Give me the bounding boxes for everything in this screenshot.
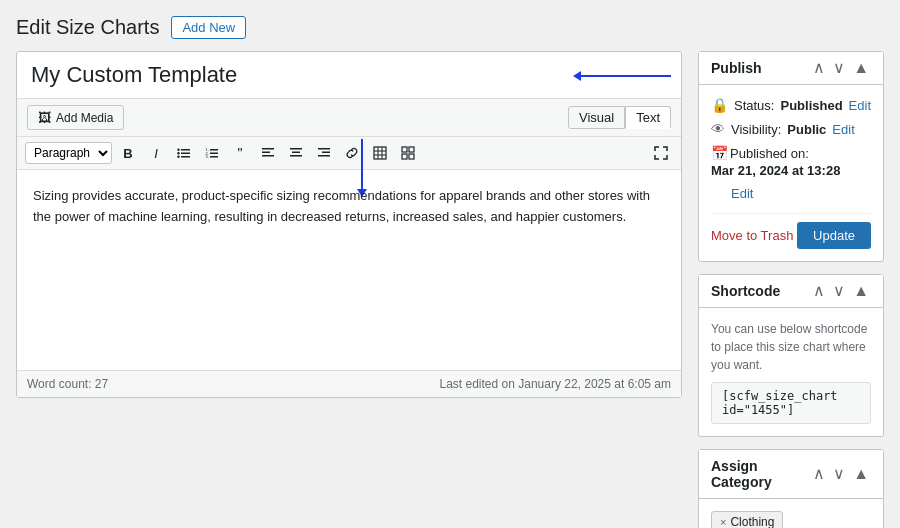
publish-collapse-up-button[interactable]: ∧ [811,60,827,76]
svg-rect-19 [322,152,330,154]
link-button[interactable] [340,141,364,165]
assign-category-panel-title: Assign Category [711,458,811,490]
sidebar: Publish ∧ ∨ ▲ 🔒 Status: Published Edit [698,51,884,528]
italic-button[interactable]: I [144,141,168,165]
category-toggle-button[interactable]: ▲ [851,466,871,482]
editor-panel: 🖼 Add Media Visual Text Paragraph B I [16,51,682,398]
grid-button[interactable] [396,141,420,165]
publish-panel: Publish ∧ ∨ ▲ 🔒 Status: Published Edit [698,51,884,262]
page-title: Edit Size Charts [16,16,159,39]
shortcode-value[interactable]: [scfw_size_chart id="1455"] [711,382,871,424]
svg-rect-14 [262,155,274,157]
publish-panel-header: Publish ∧ ∨ ▲ [699,52,883,85]
editor-content-area[interactable]: Sizing provides accurate, product-specif… [17,170,681,370]
svg-rect-26 [402,147,407,152]
publish-collapse-down-button[interactable]: ∨ [831,60,847,76]
shortcode-description: You can use below shortcode to place thi… [711,320,871,374]
svg-rect-17 [290,155,302,157]
visibility-label: Visibility: [731,122,781,137]
publish-actions: Move to Trash Update [711,213,871,249]
svg-rect-13 [262,152,270,154]
svg-rect-0 [181,149,190,151]
svg-rect-15 [290,148,302,150]
category-collapse-up-button[interactable]: ∧ [811,466,827,482]
align-right-button[interactable] [312,141,336,165]
svg-rect-28 [402,154,407,159]
svg-text:3.: 3. [206,154,209,159]
assign-category-panel-body: × Clothing [699,499,883,528]
published-date-edit-link[interactable]: Edit [731,186,753,201]
shortcode-panel-title: Shortcode [711,283,811,299]
media-icon: 🖼 [38,110,51,125]
tab-text[interactable]: Text [625,106,671,129]
published-row: 📅 Published on: Mar 21, 2024 at 13:28 [711,145,871,178]
publish-toggle-button[interactable]: ▲ [851,60,871,76]
published-label: Published on: [730,146,809,161]
svg-point-4 [177,152,179,154]
bold-button[interactable]: B [116,141,140,165]
status-value: Published [780,98,842,113]
shortcode-collapse-down-button[interactable]: ∨ [831,283,847,299]
published-date: Mar 21, 2024 at 13:28 [711,163,840,178]
shortcode-toggle-button[interactable]: ▲ [851,283,871,299]
calendar-icon: 📅 [711,145,728,161]
shortcode-panel: Shortcode ∧ ∨ ▲ You can use below shortc… [698,274,884,437]
paragraph-select[interactable]: Paragraph [25,142,112,164]
add-media-label: Add Media [56,111,113,125]
category-tag: × Clothing [711,511,783,528]
svg-rect-2 [181,156,190,158]
svg-rect-29 [409,154,414,159]
format-toolbar: Paragraph B I [17,137,681,170]
svg-rect-16 [292,152,300,154]
word-count: Word count: 27 [27,377,108,391]
visibility-value: Public [787,122,826,137]
align-left-button[interactable] [256,141,280,165]
add-media-button[interactable]: 🖼 Add Media [27,105,124,130]
assign-category-panel: Assign Category ∧ ∨ ▲ × Clothing [698,449,884,528]
category-collapse-down-button[interactable]: ∨ [831,466,847,482]
assign-category-panel-header: Assign Category ∧ ∨ ▲ [699,450,883,499]
svg-point-5 [177,156,179,158]
category-label: Clothing [730,515,774,528]
tab-visual[interactable]: Visual [568,106,625,129]
publish-panel-title: Publish [711,60,811,76]
status-edit-link[interactable]: Edit [849,98,871,113]
content-text: Sizing provides accurate, product-specif… [33,186,665,228]
shortcode-panel-body: You can use below shortcode to place thi… [699,308,883,436]
svg-rect-6 [210,149,218,151]
expand-button[interactable] [649,141,673,165]
unordered-list-button[interactable] [172,141,196,165]
category-remove-button[interactable]: × [720,516,726,528]
blockquote-button[interactable]: " [228,141,252,165]
svg-rect-12 [262,148,274,150]
media-toolbar: 🖼 Add Media Visual Text [17,99,681,137]
move-to-trash-link[interactable]: Move to Trash [711,228,793,243]
shortcode-panel-header: Shortcode ∧ ∨ ▲ [699,275,883,308]
title-input[interactable] [17,52,681,99]
svg-rect-8 [210,156,218,158]
eye-icon: 👁 [711,121,725,137]
update-button[interactable]: Update [797,222,871,249]
last-edited: Last edited on January 22, 2025 at 6:05 … [440,377,672,391]
svg-rect-1 [181,153,190,155]
svg-rect-27 [409,147,414,152]
align-center-button[interactable] [284,141,308,165]
status-icon: 🔒 [711,97,728,113]
shortcode-collapse-up-button[interactable]: ∧ [811,283,827,299]
svg-rect-20 [318,155,330,157]
status-label: Status: [734,98,774,113]
svg-rect-21 [374,147,386,159]
add-new-button[interactable]: Add New [171,16,246,39]
editor-footer: Word count: 27 Last edited on January 22… [17,370,681,397]
visibility-row: 👁 Visibility: Public Edit [711,121,871,137]
svg-point-3 [177,149,179,151]
editor-tabs: Visual Text [568,106,671,129]
ordered-list-button[interactable]: 1. 2. 3. [200,141,224,165]
table-button[interactable] [368,141,392,165]
svg-rect-7 [210,153,218,155]
svg-rect-18 [318,148,330,150]
publish-panel-body: 🔒 Status: Published Edit 👁 Visibility: P… [699,85,883,261]
status-row: 🔒 Status: Published Edit [711,97,871,113]
visibility-edit-link[interactable]: Edit [832,122,854,137]
